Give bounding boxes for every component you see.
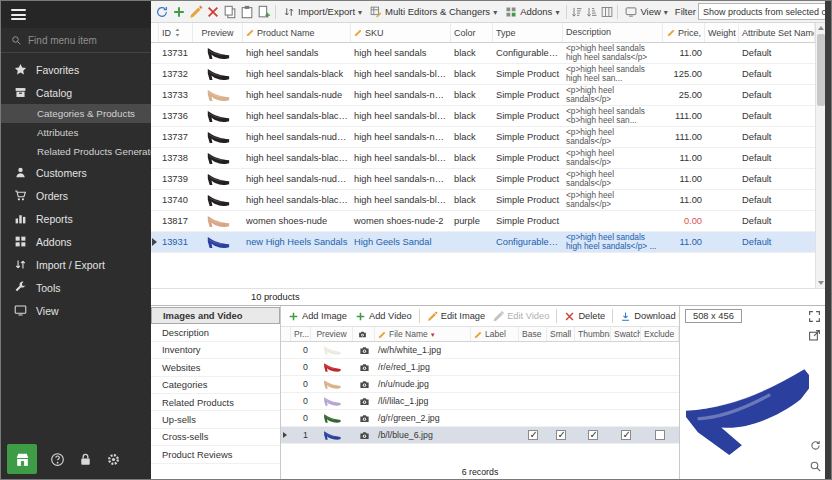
refresh-button[interactable] [155, 5, 169, 19]
image-column-header-swatch[interactable]: Swatch [611, 327, 641, 341]
sidebar-item-addons[interactable]: Addons [1, 230, 151, 253]
scrollbar-thumb[interactable] [817, 34, 825, 106]
paste-button[interactable] [240, 5, 254, 19]
sidebar-search[interactable] [1, 28, 151, 53]
delete-button[interactable]: Delete [561, 310, 608, 323]
sidebar-item-catalog[interactable]: Catalog [1, 81, 151, 104]
exclude-checkbox[interactable] [655, 430, 665, 440]
product-row[interactable]: 13740high heel sandals-black-38high heel… [151, 190, 815, 211]
category-filter-select[interactable]: Show products from selected categories [698, 3, 825, 20]
image-row[interactable]: 0/w/h/white_1.jpg [281, 342, 679, 359]
sidebar-item-tools[interactable]: Tools [1, 276, 151, 299]
image-column-header-label[interactable]: Label [471, 327, 519, 341]
import-export-menu-button[interactable]: Import/Export [280, 5, 365, 19]
image-row[interactable]: 0/n/u/nude.jpg [281, 376, 679, 393]
duplicate-button[interactable] [257, 5, 271, 19]
column-header-attribute-set-name[interactable]: Attribute Set Name [739, 23, 815, 42]
column-header-preview[interactable]: Preview [193, 23, 243, 42]
tab-related-products[interactable]: Related Products [151, 394, 280, 411]
add-video-button[interactable]: Add Video [352, 310, 415, 323]
edit-button[interactable] [189, 5, 203, 19]
column-header-product-name[interactable]: Product Name [243, 23, 351, 42]
product-row[interactable]: 13736high heel sandals-black-36high heel… [151, 106, 815, 127]
product-row[interactable]: 13732high heel sandals-blackhigh heel sa… [151, 64, 815, 85]
hamburger-menu-icon[interactable] [11, 7, 26, 23]
image-column-header-file-name[interactable]: File Name [375, 327, 471, 341]
gear-icon[interactable] [106, 452, 121, 467]
sidebar-item-reports[interactable]: Reports [1, 207, 151, 230]
open-external-icon[interactable] [808, 329, 821, 342]
column-header-weight[interactable]: Weight [705, 23, 739, 42]
image-column-header-item[interactable] [353, 327, 375, 341]
sidebar-item-orders[interactable]: Orders [1, 184, 151, 207]
tab-up-sells[interactable]: Up-sells [151, 411, 280, 428]
column-header-sku[interactable]: SKU [351, 23, 451, 42]
grid-scrollbar[interactable] [815, 23, 825, 288]
add-button[interactable] [172, 5, 186, 19]
copy-button[interactable] [223, 5, 237, 19]
column-header-description[interactable]: Description [563, 23, 663, 42]
tab-description[interactable]: Description [151, 324, 280, 341]
add-image-button[interactable]: Add Image [285, 310, 350, 323]
addons-menu-button[interactable]: Addons [502, 5, 562, 19]
image-column-header-preview[interactable]: Preview [311, 327, 353, 341]
sidebar-item-favorites[interactable]: Favorites [1, 58, 151, 81]
product-row[interactable]: 13931new High Heels SandalsHigh Geels Sa… [151, 232, 815, 253]
sidebar-item-customers[interactable]: Customers [1, 161, 151, 184]
tab-categories[interactable]: Categories [151, 377, 280, 394]
menu-search-input[interactable] [28, 35, 128, 46]
sidebar-item-attributes[interactable]: Attributes [1, 123, 151, 142]
column-header-id[interactable]: ID [159, 23, 193, 42]
product-row[interactable]: 13733high heel sandals-nudehigh heel san… [151, 85, 815, 106]
product-row[interactable]: 13737high heel sandals-nude-36high heel … [151, 127, 815, 148]
image-column-header-thumbna[interactable]: Thumbna [575, 327, 611, 341]
zoom-icon[interactable] [809, 460, 822, 473]
small-checkbox[interactable] [556, 430, 566, 440]
lock-icon[interactable] [78, 452, 93, 467]
product-row[interactable]: 13738high heel sandals-black-37high heel… [151, 148, 815, 169]
view-menu-button[interactable]: View [622, 5, 670, 19]
sidebar-item-related-products-generator[interactable]: Related Products Generator [1, 142, 151, 161]
columns-button[interactable] [601, 6, 613, 18]
image-column-header-exclude[interactable]: Exclude [641, 327, 679, 341]
help-icon[interactable] [50, 452, 65, 467]
store-manager-button[interactable] [7, 444, 37, 474]
image-preview-panel: 508 x 456 [679, 306, 825, 479]
images-grid-empty-space [281, 444, 679, 464]
tab-inventory[interactable]: Inventory [151, 342, 280, 359]
tab-websites[interactable]: Websites [151, 359, 280, 376]
sidebar-item-view[interactable]: View [1, 299, 151, 322]
sidebar-item-label: Customers [36, 167, 87, 179]
image-row[interactable]: 0/g/r/green_2.jpg [281, 410, 679, 427]
image-column-header-base[interactable]: Base [519, 327, 547, 341]
scroll-up-arrow[interactable] [816, 23, 825, 33]
image-column-header-small[interactable]: Small [547, 327, 575, 341]
column-header-price[interactable]: Price, [663, 23, 705, 42]
column-header-color[interactable]: Color [451, 23, 493, 42]
delete-button[interactable] [206, 5, 220, 19]
sort-descending-button[interactable] [586, 6, 598, 18]
image-column-header-pr[interactable]: Pr... [291, 327, 311, 341]
tab-images-and-video[interactable]: Images and Video [151, 307, 280, 324]
product-row[interactable]: 13731high heel sandalshigh heel sandalsb… [151, 43, 815, 64]
thumbnail-checkbox[interactable] [588, 430, 598, 440]
image-row[interactable]: 0/l/i/lilac_1.jpg [281, 393, 679, 410]
rotate-icon[interactable] [809, 439, 822, 452]
multi-editors-menu-button[interactable]: Multi Editors & Changers [367, 5, 500, 19]
column-header-type[interactable]: Type [493, 23, 563, 42]
product-row[interactable]: 13739high heel sandals-nude-37high heel … [151, 169, 815, 190]
download-image-button[interactable]: Download Image [617, 310, 679, 323]
tab-cross-sells[interactable]: Cross-sells [151, 429, 280, 446]
swatch-checkbox[interactable] [621, 430, 631, 440]
sidebar-item-import-export[interactable]: Import / Export [1, 253, 151, 276]
product-row[interactable]: 13817women shoes-nudewomen shoes-nude-2p… [151, 211, 815, 232]
sidebar-item-categories-products[interactable]: Categories & Products [1, 104, 151, 123]
sort-ascending-button[interactable] [571, 6, 583, 18]
base-checkbox[interactable] [528, 430, 538, 440]
edit-image-button[interactable]: Edit Image [424, 310, 488, 323]
fullscreen-icon[interactable] [808, 310, 821, 323]
scroll-down-arrow[interactable] [816, 278, 825, 288]
image-row[interactable]: 0/r/e/red_1.jpg [281, 359, 679, 376]
image-row[interactable]: 1/b/l/blue_6.jpg [281, 427, 679, 444]
tab-product-reviews[interactable]: Product Reviews [151, 446, 280, 463]
